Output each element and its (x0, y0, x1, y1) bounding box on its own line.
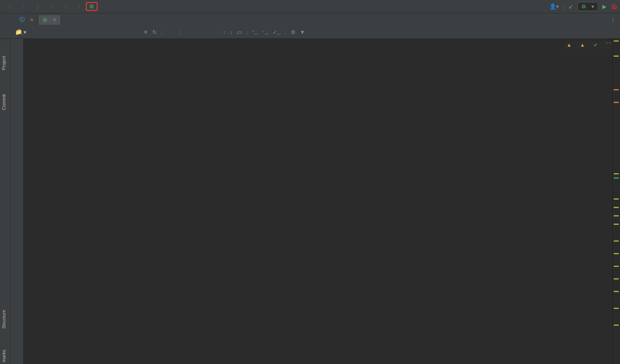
run-icon[interactable]: ▶ (602, 3, 607, 10)
debug-icon[interactable]: 🐞 (611, 3, 617, 10)
tool-window-stripe-left[interactable]: Project Commit Structure marks (0, 39, 10, 364)
next-match-icon[interactable]: ↓ (230, 29, 233, 35)
crumb[interactable] (44, 6, 48, 8)
weak-warning-icon: ▲ (580, 42, 585, 48)
close-icon[interactable]: ✕ (30, 17, 34, 23)
toolbar-right: 👤▾ | ↙ ⚙▾ ▶ 🐞 (549, 2, 617, 11)
clear-icon[interactable]: ✕ (143, 29, 148, 35)
crumb[interactable] (72, 6, 75, 8)
prev-match-icon[interactable]: ↑ (223, 29, 226, 35)
error-stripe[interactable] (612, 39, 620, 364)
typo-icon: ✔ (594, 42, 598, 48)
tab[interactable]: Ⓒ ✕ (15, 14, 38, 25)
user-icon[interactable]: 👤▾ (549, 3, 559, 10)
search-input[interactable] (29, 29, 138, 35)
warning-icon: ▲ (567, 42, 572, 48)
editor[interactable] (24, 39, 612, 364)
tab-active[interactable]: ⚙ ✕ (38, 15, 61, 25)
select-all-occurrences-icon[interactable]: ✓⎵ (273, 29, 281, 35)
history-icon[interactable]: ↻ (152, 29, 157, 35)
add-selection-icon[interactable]: ⁺⎵ (252, 29, 258, 35)
run-config-selector[interactable]: ⚙▾ (578, 2, 598, 11)
filter-icon[interactable]: ▼ (300, 29, 305, 35)
close-icon[interactable]: ✕ (53, 17, 56, 23)
folder-icon: 📁 (15, 29, 22, 35)
remove-selection-icon[interactable]: ⁻⎵ (262, 29, 268, 35)
find-input-wrap: 🔍▾ (17, 29, 138, 35)
vcs-update-icon[interactable]: ↙ (569, 3, 573, 10)
crumb[interactable] (58, 6, 61, 8)
crumb[interactable] (16, 6, 20, 8)
editor-tabs: Ⓒ ✕ ⚙ ✕ ⋮ (0, 13, 620, 26)
crumb[interactable] (30, 6, 34, 8)
crumb[interactable] (3, 6, 6, 8)
inspection-widget[interactable]: ▲ ▲ ✔ ˆ ˇ (564, 41, 613, 49)
project-collapsed-strip[interactable] (10, 39, 24, 364)
breadcrumb: 〉 〉 〉 〉 〉 〉 ⚙ (3, 2, 98, 11)
crumb-current[interactable]: ⚙ (86, 2, 98, 11)
find-bar: 📁 🔍▾ ✕ ↻ | | ↑ ↓ ▭ | ⁺⎵ ⁻⎵ ✓⎵ | ⚙ ▼ (0, 26, 620, 39)
select-all-icon[interactable]: ▭ (237, 29, 242, 35)
tabs-menu-icon[interactable]: ⋮ (610, 17, 620, 23)
settings-icon[interactable]: ⚙ (291, 29, 296, 35)
toolbar: 〉 〉 〉 〉 〉 〉 ⚙ 👤▾ | ↙ ⚙▾ ▶ 🐞 (0, 0, 620, 13)
